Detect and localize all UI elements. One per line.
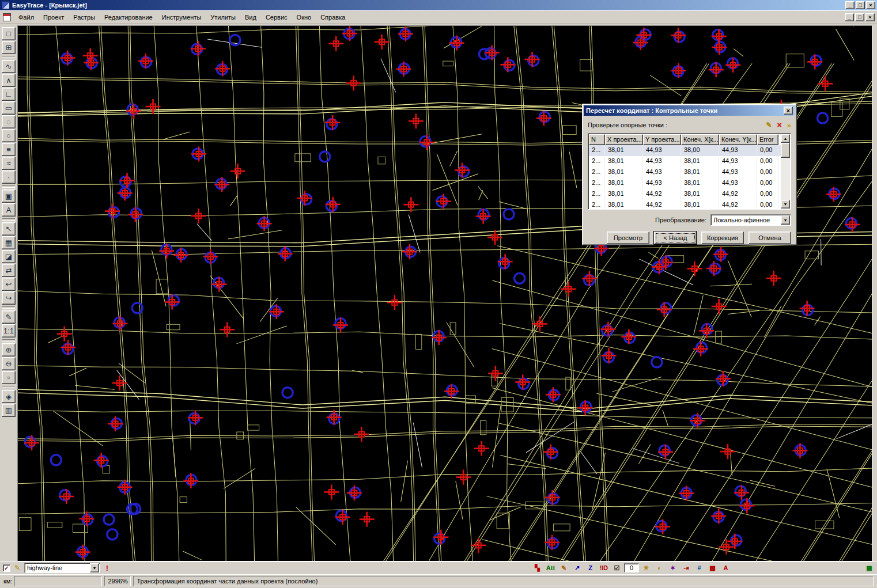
tool-draw-polyline[interactable]: ∧: [2, 74, 16, 87]
tool-undo-arrow[interactable]: ↩: [2, 278, 16, 291]
control-point-marker[interactable]: [578, 400, 593, 415]
menu-file[interactable]: Файл: [14, 12, 39, 23]
control-point-marker[interactable]: [561, 282, 576, 297]
control-point-marker[interactable]: [354, 427, 369, 442]
control-point-marker[interactable]: [297, 191, 312, 206]
tool-pan-hand[interactable]: ◈: [2, 390, 16, 403]
control-point-marker[interactable]: [498, 254, 513, 269]
control-point-marker[interactable]: [456, 470, 471, 485]
control-point-marker[interactable]: [582, 271, 597, 286]
control-point-marker[interactable]: [720, 444, 735, 459]
object-id-icon[interactable]: !ID: [598, 563, 610, 573]
control-point-marker[interactable]: [203, 249, 218, 264]
control-point-marker[interactable]: [706, 261, 721, 276]
control-point-marker[interactable]: [128, 207, 143, 222]
control-point-marker[interactable]: [375, 35, 390, 50]
control-point-marker[interactable]: [183, 473, 198, 488]
control-point-marker[interactable]: [57, 327, 72, 342]
control-point-marker[interactable]: [51, 455, 61, 465]
tool-draw-point[interactable]: ·: [2, 170, 16, 184]
control-point-marker[interactable]: [120, 173, 135, 188]
close-button[interactable]: ×: [866, 1, 875, 9]
more-options-icon[interactable]: »: [787, 120, 791, 130]
control-point-marker[interactable]: [766, 271, 781, 286]
control-point-marker[interactable]: [138, 54, 153, 69]
control-point-marker[interactable]: [807, 54, 822, 69]
column-header[interactable]: X проекта...: [605, 134, 643, 145]
menu-editing[interactable]: Редактирование: [100, 12, 157, 23]
control-point-marker[interactable]: [105, 204, 120, 219]
layer-edit-icon[interactable]: ✎: [13, 564, 22, 572]
menu-service[interactable]: Сервис: [261, 12, 292, 23]
palette-icon[interactable]: ▦: [863, 563, 875, 573]
control-point-marker[interactable]: [328, 36, 343, 51]
layer-dropdown-icon[interactable]: ▼: [90, 563, 99, 572]
control-point-marker[interactable]: [324, 484, 339, 499]
edit-point-icon[interactable]: ✎: [766, 120, 773, 130]
dialog-close-button[interactable]: ×: [784, 107, 793, 115]
menu-instruments[interactable]: Инструменты: [157, 12, 206, 23]
mdi-restore-button[interactable]: □: [855, 13, 864, 21]
control-point-marker[interactable]: [132, 303, 142, 313]
tool-zoom-out[interactable]: ⊖: [2, 357, 16, 370]
tool-redo-arrow[interactable]: ↪: [2, 291, 16, 305]
control-point-marker[interactable]: [444, 384, 459, 399]
control-point-marker[interactable]: [24, 435, 39, 450]
control-point-marker[interactable]: [826, 187, 841, 202]
control-point-marker[interactable]: [818, 113, 828, 123]
control-point-marker[interactable]: [476, 209, 491, 224]
control-point-marker[interactable]: [652, 357, 662, 367]
control-point-marker[interactable]: [621, 329, 636, 344]
control-point-marker[interactable]: [545, 490, 560, 505]
tool-zoom-in[interactable]: ⊕: [2, 343, 16, 356]
table-scrollbar[interactable]: ▲ ▼: [781, 134, 790, 208]
menu-view[interactable]: Вид: [240, 12, 261, 23]
layer-select[interactable]: highway-line ▼: [24, 563, 100, 573]
control-point-marker[interactable]: [712, 29, 727, 44]
control-point-marker[interactable]: [602, 348, 617, 363]
control-point-marker[interactable]: [433, 530, 448, 545]
exit-tool-icon[interactable]: ⇥: [680, 563, 692, 573]
control-point-marker[interactable]: [326, 197, 341, 212]
control-point-marker[interactable]: [436, 194, 451, 208]
control-point-marker[interactable]: [432, 330, 447, 345]
tool-draw-ortho-line[interactable]: ∟: [2, 88, 16, 101]
control-point-marker[interactable]: [342, 26, 357, 41]
raster-swatch-icon[interactable]: ▚: [531, 563, 543, 573]
control-point-marker[interactable]: [84, 55, 99, 70]
tool-cut-region[interactable]: ◪: [2, 250, 16, 263]
control-point-marker[interactable]: [818, 76, 833, 91]
control-point-marker[interactable]: [118, 480, 133, 495]
tool-draw-rectangle[interactable]: ▭: [2, 101, 16, 115]
menu-utilities[interactable]: Утилиты: [206, 12, 240, 23]
control-point-marker[interactable]: [725, 58, 740, 73]
counter-input[interactable]: [624, 563, 639, 572]
control-point-marker[interactable]: [474, 441, 489, 456]
contrast-icon[interactable]: ◐: [653, 563, 666, 573]
mdi-minimize-button[interactable]: _: [845, 13, 854, 21]
table-row[interactable]: 2...38,0144,9238,0144,920,00: [589, 189, 781, 200]
control-point-marker[interactable]: [671, 63, 686, 78]
brightness-icon[interactable]: ☀: [640, 563, 652, 573]
control-point-marker[interactable]: [278, 246, 293, 261]
column-header[interactable]: N: [589, 134, 605, 145]
attributes-icon[interactable]: Att: [545, 563, 557, 573]
control-point-marker[interactable]: [320, 151, 330, 162]
tool-draw-ellipse[interactable]: ○: [2, 129, 16, 142]
tool-scale-1-1[interactable]: 1:1: [2, 324, 16, 337]
tool-copy-object[interactable]: ▣: [2, 189, 16, 203]
control-point-marker[interactable]: [191, 41, 206, 56]
menu-help[interactable]: Справка: [316, 12, 350, 23]
control-point-marker[interactable]: [107, 529, 118, 540]
column-header[interactable]: Конеч. X[к...: [681, 134, 719, 145]
control-point-marker[interactable]: [396, 62, 411, 77]
control-point-marker[interactable]: [657, 302, 672, 317]
control-point-marker[interactable]: [118, 185, 133, 200]
table-row[interactable]: 2...38,0144,9338,0044,930,00: [589, 145, 781, 156]
snap-grid-icon[interactable]: #: [693, 563, 705, 573]
control-point-marker[interactable]: [215, 61, 230, 76]
edit-attributes-icon[interactable]: ✎: [558, 563, 570, 573]
control-point-marker[interactable]: [693, 342, 708, 356]
control-point-marker[interactable]: [546, 387, 561, 402]
control-point-marker[interactable]: [173, 248, 188, 263]
